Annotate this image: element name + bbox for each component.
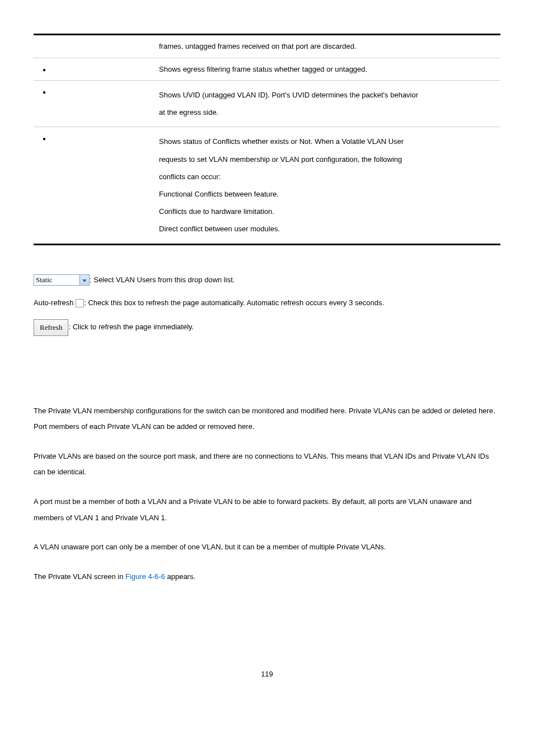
body-paragraph: The Private VLAN screen in Figure 4-6-6 … <box>34 569 500 585</box>
refresh-control-line: Refresh: Click to refresh the page immed… <box>34 319 500 335</box>
bullet-icon: ● <box>43 134 46 143</box>
table-row: ● Shows status of Conflicts whether exis… <box>34 127 500 244</box>
body-text-section: The Private VLAN membership configuratio… <box>34 403 500 585</box>
body-paragraph: A port must be a member of both a VLAN a… <box>34 494 500 526</box>
definition-table: frames, untagged frames received on that… <box>34 34 500 245</box>
refresh-description: : Click to refresh the page immediately. <box>68 323 194 331</box>
vlan-user-dropdown[interactable]: Static <box>34 274 90 286</box>
body-paragraph: Private VLANs are based on the source po… <box>34 449 500 480</box>
table-cell-text: Shows egress filtering frame status whet… <box>154 58 500 81</box>
body-paragraph: The Private VLAN membership configuratio… <box>34 403 500 435</box>
dropdown-description: : Select VLAN Users from this drop down … <box>90 276 235 284</box>
dropdown-control-line: Static : Select VLAN Users from this dro… <box>34 273 500 286</box>
table-cell-text: Shows UVID (untagged VLAN ID). Port's UV… <box>154 81 500 127</box>
autorefresh-description: : Check this box to refresh the page aut… <box>84 298 384 307</box>
table-row: ● Shows egress filtering frame status wh… <box>34 58 500 81</box>
table-cell-text: frames, untagged frames received on that… <box>154 35 500 58</box>
table-cell-text: Shows status of Conflicts whether exists… <box>154 127 500 244</box>
autorefresh-label: Auto-refresh <box>34 298 74 307</box>
table-row: frames, untagged frames received on that… <box>34 35 500 58</box>
bullet-icon: ● <box>43 66 46 74</box>
figure-link[interactable]: Figure 4-6-6 <box>125 572 165 581</box>
bullet-icon: ● <box>43 88 46 96</box>
table-row: ● Shows UVID (untagged VLAN ID). Port's … <box>34 81 500 127</box>
refresh-button[interactable]: Refresh <box>34 319 68 335</box>
chevron-down-icon <box>79 275 89 285</box>
page-number: 119 <box>34 669 500 680</box>
autorefresh-checkbox[interactable] <box>76 299 84 307</box>
autorefresh-control-line: Auto-refresh : Check this box to refresh… <box>34 296 500 309</box>
body-paragraph: A VLAN unaware port can only be a member… <box>34 539 500 556</box>
svg-marker-0 <box>82 279 87 282</box>
